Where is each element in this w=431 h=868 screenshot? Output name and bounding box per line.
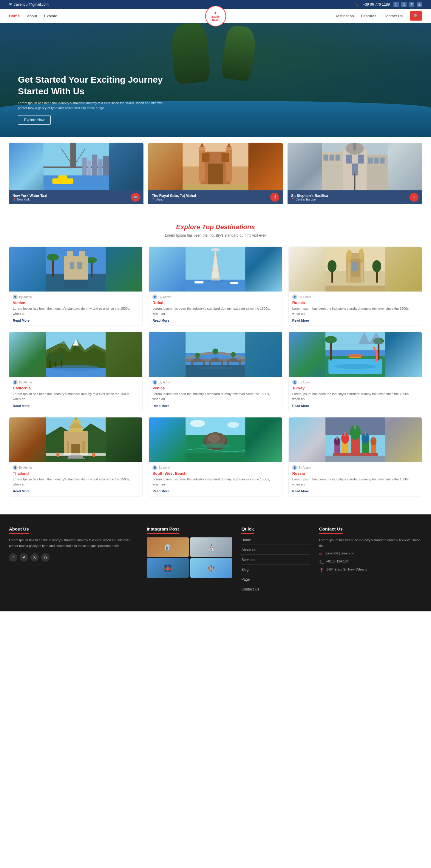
- dest-body-swbeach: 👤 By Admin South West Beach Lorem Ipsum …: [149, 462, 282, 496]
- hero-section: Get Started Your Exciting Journey Starte…: [0, 23, 431, 137]
- by-admin-russia: 👤 By Admin: [292, 294, 418, 299]
- svg-rect-78: [352, 262, 358, 271]
- by-admin-russia2: 👤 By Admin: [292, 465, 418, 470]
- dest-body-russia: 👤 By Admin Russia Lorem Ipsum has been t…: [289, 291, 422, 326]
- nav-features[interactable]: Features: [361, 14, 376, 18]
- linkedin-icon[interactable]: in: [393, 2, 399, 7]
- instagram-icon[interactable]: ◫: [417, 2, 422, 7]
- quick-link-services[interactable]: Services: [241, 557, 310, 564]
- quick-link-about[interactable]: About Us: [241, 547, 310, 555]
- footer-linkedin-icon[interactable]: in: [41, 553, 49, 562]
- nav-destination[interactable]: Destination: [334, 14, 354, 18]
- dest-image-venice2: [149, 332, 282, 377]
- read-more-venice[interactable]: Read More: [13, 319, 30, 322]
- svg-rect-81: [325, 285, 385, 291]
- contact-email-icon: ✉: [319, 552, 323, 557]
- read-more-dubai[interactable]: Read More: [153, 319, 169, 322]
- svg-point-117: [334, 364, 376, 369]
- dest-card-thailand[interactable]: 👤 By Admin Thailand Lorem Ipsum has been…: [9, 417, 142, 497]
- featured-card-nyc[interactable]: New York Water Taxi 📍New York 🚢: [9, 143, 143, 208]
- admin-avatar-california: 👤: [13, 380, 18, 384]
- by-admin-swbeach: 👤 By Admin: [153, 465, 278, 470]
- footer-about-title: About Us: [9, 526, 29, 534]
- contact-email-item: ✉ tairvel22@gmail.com: [319, 551, 422, 557]
- featured-icon-agra[interactable]: 🍴: [270, 193, 279, 202]
- twitter-icon[interactable]: 𝕏: [401, 2, 406, 7]
- featured-loc-europe: 📍Central Europe: [291, 198, 328, 201]
- dest-desc-russia2: Lorem Ipsum has been the industry's stan…: [292, 477, 418, 487]
- top-bar-right: 📞 +39 06 776 1189 in 𝕏 P ◫: [355, 2, 422, 7]
- dest-body-dubai: 👤 By Admin Dubai Lorem Ipsum has been th…: [149, 291, 282, 326]
- insta-img-4[interactable]: 🏰: [190, 558, 232, 578]
- read-more-swbeach[interactable]: Read More: [153, 489, 169, 493]
- dest-name-dubai: Dubai: [153, 301, 278, 305]
- read-more-thailand[interactable]: Read More: [13, 489, 30, 493]
- dest-name-turkey: Turkey: [292, 386, 418, 390]
- svg-rect-32: [330, 155, 334, 160]
- svg-point-151: [190, 420, 205, 427]
- admin-avatar-venice2: 👤: [153, 380, 157, 384]
- insta-img-3[interactable]: 🌉: [147, 558, 189, 578]
- featured-card-europe[interactable]: St. Stephen's Basilica 📍Central Europe ✈: [288, 143, 422, 208]
- top-email: traveltour@gmail.com: [14, 2, 48, 6]
- insta-img-1[interactable]: 🏛️: [147, 537, 189, 557]
- navbar: Home About Explore ✈ ExoticTravel Destin…: [0, 9, 431, 23]
- quick-link-home[interactable]: Home: [241, 537, 310, 545]
- nav-links-right: Destination Features Contact Us 🔍: [334, 11, 422, 21]
- insta-img-2[interactable]: ⛪: [190, 537, 232, 557]
- dest-card-venice[interactable]: 👤 By Admin Venice Lorem Ipsum has been t…: [9, 246, 142, 326]
- footer-pinterest-icon[interactable]: P: [20, 553, 28, 562]
- quick-link-contact[interactable]: Contact Us: [241, 587, 310, 594]
- nav-about[interactable]: About: [27, 14, 37, 18]
- dest-image-dubai: [149, 247, 282, 291]
- svg-rect-66: [195, 281, 203, 283]
- svg-rect-54: [79, 251, 85, 259]
- dest-name-russia2: Russia: [292, 471, 418, 476]
- search-button[interactable]: 🔍: [410, 11, 422, 21]
- footer-facebook-icon[interactable]: f: [9, 553, 17, 562]
- svg-rect-169: [372, 437, 374, 439]
- read-more-venice2[interactable]: Read More: [153, 404, 169, 408]
- quick-link-blog[interactable]: Blog: [241, 567, 310, 575]
- explore-now-button[interactable]: Explore Now: [18, 115, 51, 125]
- svg-point-123: [348, 354, 363, 358]
- svg-rect-25: [222, 153, 229, 162]
- featured-card-agra[interactable]: The Royal Gate, Taj Mahal 📍Agra 🍴: [148, 143, 283, 208]
- dest-image-russia2: [289, 417, 422, 462]
- featured-icon-nyc[interactable]: 🚢: [131, 193, 140, 202]
- logo[interactable]: ✈ ExoticTravel: [205, 6, 226, 27]
- read-more-turkey[interactable]: Read More: [292, 404, 309, 408]
- read-more-california[interactable]: Read More: [13, 404, 30, 408]
- featured-loc-agra: 📍Agra: [152, 198, 196, 201]
- nav-home[interactable]: Home: [9, 14, 20, 18]
- admin-avatar-russia: 👤: [292, 294, 297, 299]
- footer-twitter-icon[interactable]: 𝕏: [30, 553, 39, 562]
- svg-rect-37: [346, 155, 352, 163]
- dest-card-turkey[interactable]: 👤 By Admin Turkey Lorem Ipsum has been t…: [289, 332, 422, 411]
- dest-name-russia: Russia: [292, 301, 418, 305]
- footer-social: f P 𝕏 in: [9, 553, 138, 562]
- svg-rect-31: [324, 155, 328, 160]
- svg-point-49: [47, 254, 59, 261]
- explore-subtitle: Lorem Ipsum has been the industry's stan…: [9, 233, 422, 238]
- logo-text: ExoticTravel: [211, 15, 220, 22]
- quick-link-page[interactable]: Page: [241, 577, 310, 584]
- dest-card-russia[interactable]: 👤 By Admin Russia Lorem Ipsum has been t…: [289, 246, 422, 326]
- read-more-russia2[interactable]: Read More: [292, 489, 309, 493]
- featured-icon-europe[interactable]: ✈: [409, 193, 419, 202]
- dest-card-california[interactable]: 👤 By Admin California Lorem Ipsum has be…: [9, 332, 142, 411]
- contact-address: 1404 Erato St, New Orleans: [326, 567, 367, 571]
- svg-point-119: [325, 336, 337, 343]
- nav-contact[interactable]: Contact Us: [384, 14, 403, 18]
- read-more-russia[interactable]: Read More: [292, 319, 309, 322]
- dest-card-swbeach[interactable]: 👤 By Admin South West Beach Lorem Ipsum …: [148, 417, 282, 497]
- dest-card-dubai[interactable]: 👤 By Admin Dubai Lorem Ipsum has been th…: [148, 246, 282, 326]
- footer-instagram-title: Instagram Post: [147, 526, 179, 534]
- dest-card-russia2[interactable]: 👤 By Admin Russia Lorem Ipsum has been t…: [289, 417, 422, 497]
- pinterest-icon[interactable]: P: [409, 2, 414, 7]
- nav-explore[interactable]: Explore: [44, 14, 57, 18]
- featured-info-europe: St. Stephen's Basilica 📍Central Europe ✈: [288, 190, 422, 204]
- dest-card-venice2[interactable]: 👤 By Admin Venice Lorem Ipsum has been t…: [148, 332, 282, 411]
- dest-name-venice: Venice: [13, 301, 139, 305]
- hero-rock-left: [170, 23, 211, 85]
